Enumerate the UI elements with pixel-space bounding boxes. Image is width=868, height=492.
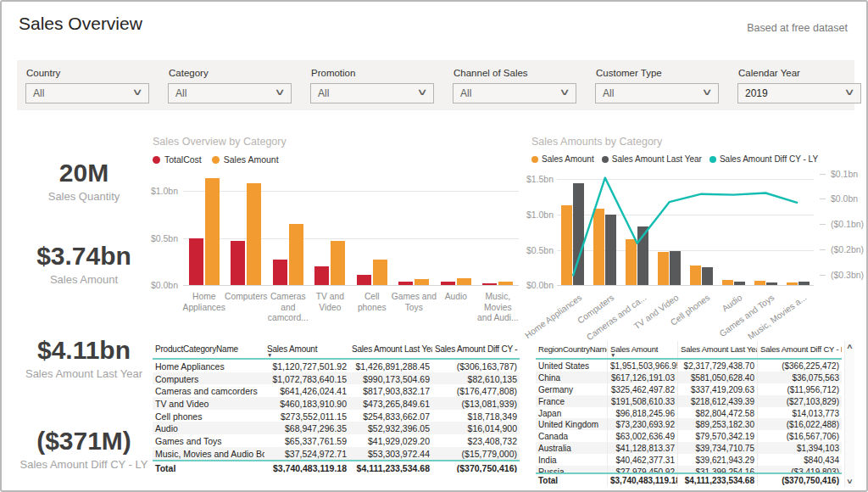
kpi-value: $4.11bn	[17, 337, 151, 364]
column-header-sales-amount-diff-cy-ly[interactable]: Sales Amount Diff CY - LY	[432, 341, 520, 358]
filter-dropdown-category[interactable]: All∨	[168, 83, 292, 103]
table-row[interactable]: Audio$68,947,296.35$52,932,396.05$16,014…	[153, 422, 520, 434]
filter-customer-type: Customer TypeAll∨	[595, 60, 722, 110]
line-series-path	[573, 178, 798, 277]
bar-sales-amount-games-and-toys[interactable]	[415, 279, 429, 285]
table-row[interactable]: United Kingdom$73,230,693.92$89,253,182.…	[536, 418, 842, 430]
bar-totalcost-music-movies-and-audio-books[interactable]	[482, 283, 497, 285]
cell-value: ($16,567,706)	[758, 430, 842, 442]
scroll-down-icon[interactable]: ∨	[843, 478, 857, 485]
dataset-note: Based at free dataset	[747, 22, 848, 34]
table-row[interactable]: India$40,462,377.31$39,621,943.29$840,43…	[536, 454, 842, 466]
bar-totalcost-games-and-toys[interactable]	[398, 282, 413, 285]
bar-sales-amount-computers[interactable]	[247, 183, 261, 285]
bar-totalcost-tv-and-video[interactable]	[314, 266, 329, 286]
table-row[interactable]: Canada$63,002,636.49$79,570,342.19($16,5…	[536, 430, 842, 442]
cell-value: ($27,103,829)	[758, 395, 842, 407]
table-row[interactable]: Cameras and camcorders$641,426,024.41$81…	[153, 384, 520, 397]
cell-value: $840,434	[758, 454, 842, 466]
table-row[interactable]: China$617,126,191.03$581,050,628.40$36,0…	[536, 372, 842, 383]
table-row[interactable]: France$191,508,610.33$218,612,439.39($27…	[536, 395, 842, 407]
bar-sales-amount-cell-phones[interactable]	[373, 260, 387, 285]
bar-sales-amount-audio[interactable]	[457, 278, 471, 285]
filter-selected-value: All	[175, 87, 186, 99]
legend-label: Sales Amount	[224, 154, 279, 165]
column-header-productcategoryname[interactable]: ProductCategoryName	[153, 341, 264, 358]
bar-totalcost-cell-phones[interactable]	[357, 275, 371, 285]
legend-item-sales-amount-last-year[interactable]: Sales Amount Last Year	[602, 154, 702, 164]
legend-item-sales-amount-diff-cy-ly[interactable]: Sales Amount Diff CY - LY	[709, 154, 818, 164]
filter-selected-value: All	[33, 87, 44, 99]
filter-dropdown-calendar-year[interactable]: 2019∨	[737, 83, 861, 103]
table-row[interactable]: Cell phones$273,552,011.15$254,833,662.0…	[153, 410, 520, 422]
bar-sales-amount-tv-and-video[interactable]	[331, 241, 345, 285]
scroll-up-icon[interactable]: ∧	[843, 343, 857, 350]
legend-item-totalcost[interactable]: TotalCost	[153, 154, 202, 165]
table-row[interactable]: Music, Movies and Audio Books$37,524,972…	[153, 447, 520, 460]
cell-label: France	[536, 395, 608, 407]
filter-dropdown-country[interactable]: All∨	[25, 83, 149, 103]
filter-dropdown-promotion[interactable]: All∨	[310, 83, 434, 103]
table-row[interactable]: Games and Toys$65,337,761.59$41,929,029.…	[153, 434, 520, 447]
y-axis-left-tick-label: $0.5bn	[525, 245, 554, 255]
legend-item-sales-amount[interactable]: Sales Amount	[212, 154, 279, 165]
bar-sales-amount-home-appliances[interactable]	[205, 178, 220, 285]
cell-label: Music, Movies and Audio Books	[153, 447, 264, 460]
table-row[interactable]: Germany$325,462,497.82$337,419,209.63($1…	[536, 383, 842, 395]
total-value: $4,111,233,534.68	[678, 474, 758, 486]
x-axis-label-tv-and-video: TV and Video	[307, 292, 353, 313]
y-axis-right-tick	[820, 249, 826, 250]
cell-value: $1,120,727,501.92	[264, 360, 349, 372]
cell-value: ($3,419,803)	[758, 466, 842, 472]
total-value: ($370,750,416)	[432, 461, 520, 472]
filter-selected-value: All	[603, 87, 614, 99]
bar-sales-amount-music-movies-and-audio-books[interactable]	[498, 282, 513, 285]
column-header-sales-amount-last-year[interactable]: Sales Amount Last Year	[349, 341, 432, 358]
cell-value: $990,173,504.69	[349, 372, 432, 385]
sort-desc-icon: ▼	[267, 353, 272, 358]
column-header-sales-amount-last-year[interactable]: Sales Amount Last Year	[678, 341, 758, 358]
cell-label: United Kingdom	[536, 418, 608, 430]
cell-label: India	[536, 454, 608, 466]
cell-value: $817,903,832.17	[349, 384, 432, 397]
column-header-sales-amount[interactable]: Sales Amount▼	[608, 341, 678, 358]
y-axis-right-tick-label: $0.1bn	[831, 169, 858, 179]
table-scrollbar[interactable]: ∧ ∨	[844, 341, 854, 487]
table-row[interactable]: Russia$27,979,450.92$31,399,254.16($3,41…	[536, 466, 842, 472]
table-row[interactable]: Computers$1,072,783,640.15$990,173,504.6…	[153, 372, 520, 385]
bar-sales-amount-cameras-and-camcorders[interactable]	[289, 224, 303, 285]
bar-totalcost-computers[interactable]	[231, 241, 245, 285]
cell-label: China	[536, 372, 608, 383]
cell-value: ($11,956,712)	[758, 383, 842, 395]
filter-category: CategoryAll∨	[168, 60, 295, 110]
cell-value: $31,399,254.16	[678, 466, 758, 472]
bar-totalcost-home-appliances[interactable]	[189, 238, 203, 285]
chevron-down-icon: ∨	[416, 87, 428, 98]
filter-dropdown-channel-of-sales[interactable]: All∨	[453, 83, 576, 103]
cell-value: $254,833,662.07	[349, 410, 432, 422]
column-header-sales-amount-diff-cy-ly[interactable]: Sales Amount Diff CY - LY	[758, 341, 842, 358]
cell-value: $89,253,182.30	[678, 418, 758, 430]
cell-value: $581,050,628.40	[678, 372, 758, 383]
legend-item-sales-amount[interactable]: Sales Amount	[531, 154, 594, 164]
cell-label: Audio	[153, 422, 264, 434]
bar-totalcost-cameras-and-camcorders[interactable]	[273, 260, 287, 285]
bar-totalcost-audio[interactable]	[441, 282, 455, 285]
column-header-regioncountryname[interactable]: RegionCountryName	[536, 341, 608, 358]
cell-label: Computers	[153, 372, 264, 385]
table-row[interactable]: Japan$96,818,245.96$82,804,472.58$14,013…	[536, 407, 842, 419]
cell-label: United States	[536, 360, 608, 372]
total-value: $4,111,233,534.68	[349, 461, 432, 472]
table-row[interactable]: Australia$41,128,813.37$39,734,710.75$1,…	[536, 442, 842, 454]
table-row[interactable]: United States$1,951,503,966.95$2,317,729…	[536, 360, 842, 372]
x-axis-label-audio: Audio	[433, 292, 479, 303]
chart-legend: Sales AmountSales Amount Last YearSales …	[531, 154, 826, 164]
cell-label: Games and Toys	[153, 434, 264, 447]
column-header-sales-amount[interactable]: Sales Amount▼	[264, 341, 349, 358]
table-row[interactable]: TV and Video$460,183,910.90$473,265,849.…	[153, 397, 520, 410]
table-row[interactable]: Home Appliances$1,120,727,501.92$1,426,8…	[153, 360, 520, 372]
filter-label: Promotion	[311, 68, 355, 78]
cell-value: $27,979,450.92	[608, 466, 678, 472]
cell-value: $641,426,024.41	[264, 384, 349, 397]
filter-dropdown-customer-type[interactable]: All∨	[595, 83, 719, 103]
